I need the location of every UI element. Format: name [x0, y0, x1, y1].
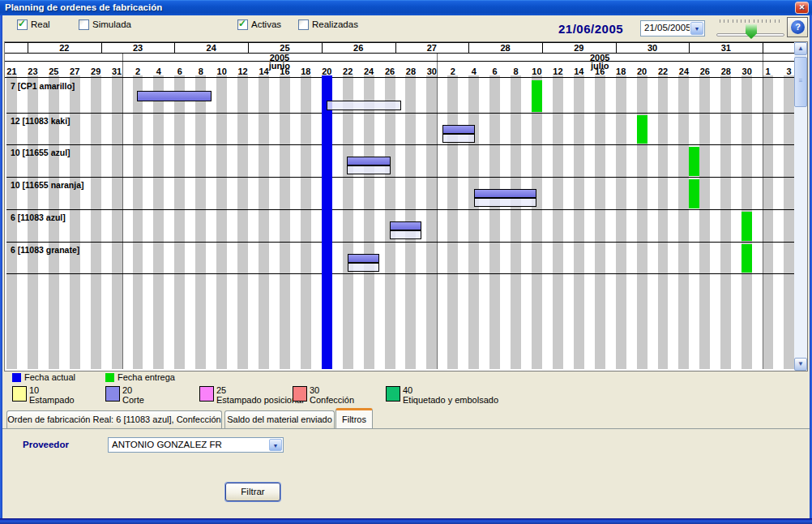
day-stripe [195, 75, 206, 369]
header-line [5, 53, 794, 54]
gantt-bar-solid[interactable] [442, 125, 475, 134]
row-label: 6 [11083 azul] [11, 213, 66, 222]
tab-saldo[interactable]: Saldo del material enviado [224, 410, 335, 429]
week-number-label: 25 [280, 43, 289, 53]
legend-phase-swatch [386, 386, 400, 402]
day-stripe [595, 75, 605, 369]
checkbox-box[interactable]: ✓ [17, 19, 28, 30]
delivery-marker [741, 244, 752, 273]
legend-phase-swatch [12, 386, 27, 402]
gantt-bar-solid[interactable] [137, 91, 212, 101]
row-label: 7 [CP1 amarillo] [11, 81, 75, 91]
day-stripe [216, 75, 227, 369]
row-separator-line [6, 113, 794, 114]
day-tick-label: 8 [513, 67, 518, 76]
date-picker[interactable]: 21/05/2005 ▼ [640, 20, 705, 37]
checkbox-realizadas[interactable]: Realizadas [298, 19, 371, 32]
delivery-marker [741, 212, 752, 241]
title-bar[interactable]: Planning de ordenes de fabricación ✕ [0, 0, 812, 15]
day-stripe [574, 75, 584, 369]
gantt-bar-solid[interactable] [347, 157, 391, 165]
day-tick-label: 10 [532, 67, 541, 76]
proveedor-dropdown-button[interactable]: ▼ [269, 439, 282, 451]
day-tick-label: 21 [6, 67, 16, 76]
week-separator [689, 42, 690, 53]
day-tick-label: 16 [595, 67, 605, 76]
day-tick-label: 4 [472, 67, 477, 76]
tab-filtros[interactable]: Filtros [335, 408, 373, 429]
week-number-label: 29 [574, 43, 583, 53]
scrollbar-thumb[interactable]: ≡ [794, 57, 807, 107]
week-number-label: 30 [647, 43, 657, 53]
legend-phase-code: 30 [310, 385, 319, 395]
day-stripe [720, 75, 731, 369]
header-line [5, 77, 794, 78]
day-tick-label: 18 [301, 67, 310, 76]
date-picker-value: 21/05/2005 [644, 23, 690, 32]
delivery-marker [532, 80, 542, 112]
week-number-label: 28 [500, 43, 510, 53]
gantt-bar-light[interactable] [474, 198, 537, 207]
checkmark-icon: ✓ [238, 18, 246, 29]
day-tick-label: 28 [721, 67, 731, 76]
scroll-up-button[interactable]: ▲ [794, 42, 807, 55]
gantt-bar-light[interactable] [390, 230, 421, 239]
date-picker-dropdown-button[interactable]: ▼ [690, 22, 703, 35]
day-stripe [112, 75, 122, 369]
proveedor-select[interactable]: ANTONIO GONZALEZ FR ▼ [108, 437, 284, 453]
scroll-down-icon: ▼ [797, 360, 804, 367]
week-separator [616, 42, 617, 53]
checkbox-simulada[interactable]: Simulada [79, 19, 152, 32]
day-tick-label: 18 [616, 67, 626, 76]
day-stripe [553, 75, 563, 369]
delivery-marker [689, 147, 699, 176]
checkbox-box[interactable] [298, 19, 309, 30]
day-tick-label: 30 [427, 67, 437, 76]
checkbox-label: Activas [251, 19, 281, 29]
day-tick-label: 6 [177, 67, 182, 76]
scroll-down-button[interactable]: ▼ [794, 358, 807, 371]
close-button[interactable]: ✕ [795, 2, 809, 14]
checkbox-label: Simulada [92, 19, 131, 29]
day-stripe [447, 75, 458, 369]
header-line [5, 42, 794, 43]
day-stripe [763, 75, 773, 369]
day-tick-label: 3 [786, 67, 791, 76]
gantt-bar-light[interactable] [442, 134, 475, 143]
gantt-bar-solid[interactable] [348, 254, 379, 263]
gantt-bar-light[interactable] [348, 263, 379, 272]
day-tick-label: 4 [156, 67, 161, 76]
week-separator [468, 42, 469, 53]
proveedor-label: Proveedor [23, 440, 69, 449]
day-stripe [658, 75, 669, 369]
zoom-slider-thumb[interactable] [746, 24, 757, 39]
day-stripe [784, 75, 794, 369]
gantt-bar-solid[interactable] [474, 189, 537, 198]
week-separator [542, 42, 543, 53]
legend-phase-swatch [199, 386, 214, 402]
checkbox-box[interactable]: ✓ [237, 19, 248, 30]
window-border-bottom [0, 518, 812, 524]
month-boundary-line [763, 53, 763, 369]
legend-phase-name: Confección [310, 395, 354, 405]
gantt-bar-light[interactable] [327, 101, 401, 110]
day-stripe [301, 75, 311, 369]
gantt-bar-light[interactable] [347, 165, 391, 174]
filter-button[interactable]: Filtrar [225, 483, 280, 501]
tab-orden[interactable]: Orden de fabricación Real: 6 [11083 azul… [6, 410, 222, 429]
day-tick-label: 30 [742, 67, 752, 76]
row-label: 6 [11083 granate] [11, 245, 79, 255]
gantt-bar-solid[interactable] [390, 221, 421, 230]
delivery-marker [689, 179, 699, 208]
checkbox-box[interactable] [79, 19, 89, 30]
tab-baseline [2, 428, 810, 429]
day-stripe [468, 75, 479, 369]
help-button[interactable]: ? [787, 17, 808, 37]
help-icon: ? [791, 20, 805, 34]
header-line [5, 61, 794, 62]
legend-phase-name: Etiquetado y embolsado [403, 395, 498, 405]
day-tick-label: 22 [343, 67, 353, 76]
week-separator [322, 42, 323, 53]
day-tick-label: 29 [91, 67, 100, 76]
vertical-scrollbar[interactable]: ▲ ≡ ▼ [794, 42, 807, 371]
